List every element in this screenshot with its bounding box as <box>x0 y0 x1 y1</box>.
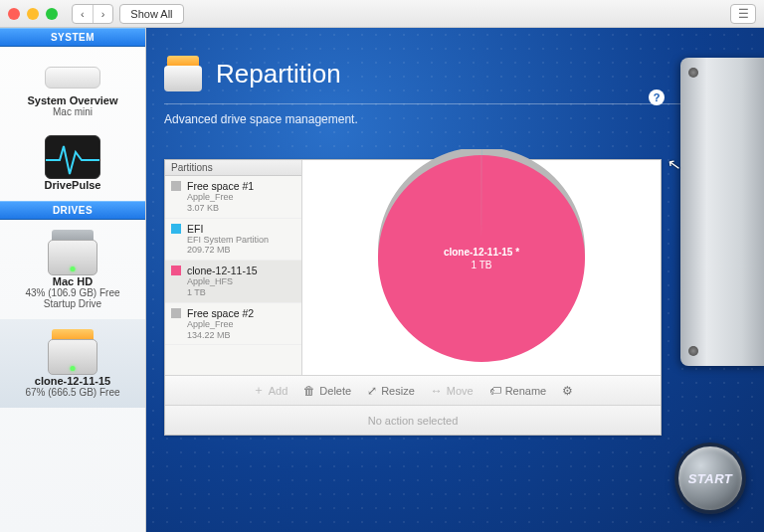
hdd-icon <box>48 327 97 375</box>
nav-back-forward[interactable]: ‹ › <box>72 4 113 24</box>
resize-icon: ⤢ <box>367 384 377 398</box>
settings-button[interactable]: ⚙ <box>562 384 573 398</box>
page-header: Repartition <box>146 28 764 97</box>
add-button[interactable]: ＋Add <box>253 382 288 399</box>
pie-center-label: clone-12-11-15 * 1 TB <box>444 246 519 271</box>
partition-item[interactable]: clone-12-11-15Apple_HFS1 TB <box>165 261 301 303</box>
start-button[interactable]: START <box>674 443 746 514</box>
status-bar: No action selected <box>165 405 661 435</box>
drive-illustration <box>680 58 764 366</box>
sidebar-item-sublabel: Mac mini <box>4 106 141 117</box>
delete-button[interactable]: 🗑Delete <box>303 384 351 398</box>
partition-item[interactable]: Free space #2Apple_Free134.22 MB <box>165 303 301 346</box>
sidebar-drive-mac-hd[interactable]: Mac HD 43% (106.9 GB) Free Startup Drive <box>0 220 145 319</box>
content-area: Repartition ? Advanced drive space manag… <box>146 28 764 532</box>
partition-item[interactable]: EFIEFI System Partition209.72 MB <box>165 219 301 262</box>
partition-chart: clone-12-11-15 * 1 TB <box>302 160 661 375</box>
color-swatch <box>171 181 181 191</box>
plus-icon: ＋ <box>253 382 265 399</box>
hdd-icon <box>48 228 97 275</box>
help-button[interactable]: ? <box>649 89 665 105</box>
rename-button[interactable]: 🏷Rename <box>489 384 547 398</box>
sidebar-item-free: 43% (106.9 GB) Free <box>4 287 141 298</box>
move-icon: ↔ <box>431 384 443 398</box>
nav-forward-icon[interactable]: › <box>94 8 113 20</box>
sidebar-item-free: 67% (666.5 GB) Free <box>4 387 141 398</box>
sidebar-item-drivepulse[interactable]: DrivePulse <box>0 127 145 201</box>
color-swatch <box>171 308 181 318</box>
partition-list-header: Partitions <box>165 160 301 176</box>
sidebar-item-label: clone-12-11-15 <box>4 375 141 387</box>
window-titlebar: ‹ › Show All ☰ <box>0 0 764 28</box>
resize-button[interactable]: ⤢Resize <box>367 384 415 398</box>
trash-icon: 🗑 <box>303 384 315 398</box>
traffic-lights <box>8 8 58 20</box>
tag-icon: 🏷 <box>489 384 501 398</box>
mac-mini-icon <box>45 67 100 89</box>
color-swatch <box>171 266 181 275</box>
zoom-window-button[interactable] <box>46 8 58 20</box>
show-all-button[interactable]: Show All <box>119 4 183 24</box>
sidebar-section-drives: DRIVES <box>0 201 145 220</box>
move-button[interactable]: ↔Move <box>431 384 474 398</box>
page-title: Repartition <box>216 59 341 89</box>
view-mode-button[interactable]: ☰ <box>730 4 756 24</box>
nav-back-icon[interactable]: ‹ <box>73 8 93 20</box>
drive-icon <box>164 56 202 91</box>
color-swatch <box>171 224 181 234</box>
partition-list: Partitions Free space #1Apple_Free3.07 K… <box>165 160 302 375</box>
sidebar-item-label: System Overview <box>4 94 141 106</box>
sidebar-drive-clone[interactable]: clone-12-11-15 67% (666.5 GB) Free <box>0 319 145 408</box>
partition-toolbar: ＋Add 🗑Delete ⤢Resize ↔Move 🏷Rename ⚙ <box>165 375 661 405</box>
sidebar: SYSTEM System Overview Mac mini DrivePul… <box>0 28 146 532</box>
gear-icon: ⚙ <box>562 384 573 398</box>
drivepulse-icon <box>45 135 100 179</box>
status-text: No action selected <box>368 415 459 427</box>
partition-panel: Partitions Free space #1Apple_Free3.07 K… <box>164 159 662 436</box>
sidebar-item-label: DrivePulse <box>4 179 141 191</box>
sidebar-section-system: SYSTEM <box>0 28 145 47</box>
partition-item[interactable]: Free space #1Apple_Free3.07 KB <box>165 176 301 219</box>
sidebar-item-note: Startup Drive <box>4 298 141 309</box>
sidebar-item-system-overview[interactable]: System Overview Mac mini <box>0 47 145 127</box>
minimize-window-button[interactable] <box>27 8 39 20</box>
list-icon: ☰ <box>738 7 749 21</box>
sidebar-item-label: Mac HD <box>4 275 141 287</box>
close-window-button[interactable] <box>8 8 20 20</box>
